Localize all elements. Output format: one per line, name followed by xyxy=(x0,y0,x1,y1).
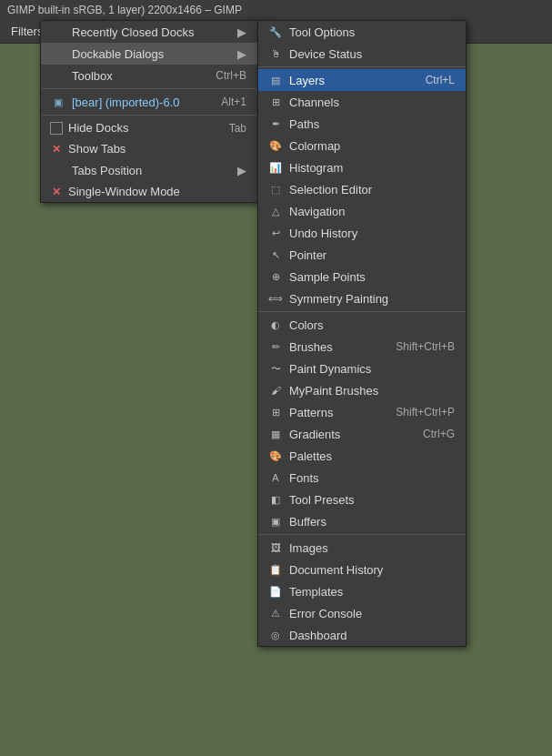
tabs-position-label: Tabs Position xyxy=(72,164,237,177)
doc-history-icon: 📋 xyxy=(267,562,284,577)
bear-shortcut: Alt+1 xyxy=(221,96,246,108)
toolbox-label: Toolbox xyxy=(72,69,216,83)
menu-item-dashboard[interactable]: ◎ Dashboard xyxy=(258,624,466,646)
dockable-dialogs-label: Dockable Dialogs xyxy=(72,47,237,61)
brushes-icon: ✏ xyxy=(267,339,284,354)
menu-item-gradients[interactable]: ▦ Gradients Ctrl+G xyxy=(258,423,466,445)
spacer-icon3 xyxy=(50,68,66,83)
layers-shortcut: Ctrl+L xyxy=(426,74,455,86)
menu-item-sample-points[interactable]: ⊕ Sample Points xyxy=(258,266,466,287)
paths-icon: ✒ xyxy=(267,116,284,131)
gradients-label: Gradients xyxy=(289,428,423,441)
channels-icon: ⊞ xyxy=(267,95,284,109)
mypaint-brushes-label: MyPaint Brushes xyxy=(289,384,455,398)
error-console-label: Error Console xyxy=(289,607,455,620)
menu-item-paint-dynamics[interactable]: 〜 Paint Dynamics xyxy=(258,358,466,379)
palettes-label: Palettes xyxy=(289,449,455,463)
menu-item-pointer[interactable]: ↖ Pointer xyxy=(258,244,466,266)
templates-icon: 📄 xyxy=(267,584,284,599)
menu-item-device-status[interactable]: 🖱 Device Status xyxy=(258,43,466,65)
navigation-label: Navigation xyxy=(289,205,455,218)
arrow-icon: ▶ xyxy=(237,25,246,39)
dockable-divider1 xyxy=(258,66,466,67)
fonts-label: Fonts xyxy=(289,471,455,485)
sample-points-icon: ⊕ xyxy=(267,269,284,284)
menu-item-tool-options[interactable]: 🔧 Tool Options xyxy=(258,21,466,43)
menu-item-templates[interactable]: 📄 Templates xyxy=(258,580,466,602)
menu-item-tool-presets[interactable]: ◧ Tool Presets xyxy=(258,489,466,510)
menu-item-paths[interactable]: ✒ Paths xyxy=(258,113,466,135)
menu-item-fonts[interactable]: A Fonts xyxy=(258,467,466,489)
menu-item-document-history[interactable]: 📋 Document History xyxy=(258,559,466,580)
show-tabs-check: ✕ xyxy=(50,143,63,156)
layers-label: Layers xyxy=(289,74,426,87)
dockable-divider3 xyxy=(258,534,466,535)
tool-presets-icon: ◧ xyxy=(267,492,284,507)
tool-options-icon: 🔧 xyxy=(267,25,284,39)
device-status-icon: 🖱 xyxy=(267,46,284,61)
patterns-icon: ⊞ xyxy=(267,405,284,419)
menu-item-toolbox[interactable]: Toolbox Ctrl+B xyxy=(41,65,257,86)
symmetry-painting-icon: ⟺ xyxy=(267,291,284,306)
single-window-label: Single-Window Mode xyxy=(68,185,246,198)
menu-item-layers[interactable]: ▤ Layers Ctrl+L xyxy=(258,69,466,91)
menu-item-bear-imported[interactable]: ▣ [bear] (imported)-6.0 Alt+1 xyxy=(41,91,257,113)
histogram-label: Histogram xyxy=(289,161,455,175)
windows-dropdown: Recently Closed Docks ▶ Dockable Dialogs… xyxy=(40,20,258,203)
menu-item-recently-closed-docks[interactable]: Recently Closed Docks ▶ xyxy=(41,21,257,43)
paths-label: Paths xyxy=(289,117,455,131)
menu-item-symmetry-painting[interactable]: ⟺ Symmetry Painting xyxy=(258,287,466,309)
gradients-icon: ▦ xyxy=(267,427,284,441)
menu-item-channels[interactable]: ⊞ Channels xyxy=(258,91,466,113)
menu-item-buffers[interactable]: ▣ Buffers xyxy=(258,510,466,532)
mypaint-brushes-icon: 🖌 xyxy=(267,383,284,398)
menu-item-palettes[interactable]: 🎨 Palettes xyxy=(258,445,466,467)
menu-item-tabs-position[interactable]: Tabs Position ▶ xyxy=(41,159,257,181)
colormap-label: Colormap xyxy=(289,139,455,153)
menu-item-selection-editor[interactable]: ⬚ Selection Editor xyxy=(258,178,466,200)
dockable-divider2 xyxy=(258,311,466,312)
dockable-arrow-icon: ▶ xyxy=(237,47,246,61)
paint-dynamics-label: Paint Dynamics xyxy=(289,362,455,376)
pointer-icon: ↖ xyxy=(267,247,284,262)
menu-item-histogram[interactable]: 📊 Histogram xyxy=(258,156,466,178)
title-text: GIMP built-in sRGB, 1 layer) 2200x1466 –… xyxy=(7,4,242,16)
tool-options-label: Tool Options xyxy=(289,25,455,39)
navigation-icon: △ xyxy=(267,204,284,218)
menu-item-navigation[interactable]: △ Navigation xyxy=(258,200,466,222)
fonts-icon: A xyxy=(267,470,284,485)
hide-docks-label: Hide Docks xyxy=(68,121,229,135)
spacer-icon xyxy=(50,25,66,39)
hide-docks-checkbox xyxy=(50,122,63,135)
menu-item-images[interactable]: 🖼 Images xyxy=(258,537,466,559)
menu-item-colors[interactable]: ◐ Colors xyxy=(258,314,466,336)
menu-item-patterns[interactable]: ⊞ Patterns Shift+Ctrl+P xyxy=(258,401,466,423)
dashboard-label: Dashboard xyxy=(289,629,455,642)
layers-icon: ▤ xyxy=(267,73,284,87)
menu-item-mypaint-brushes[interactable]: 🖌 MyPaint Brushes xyxy=(258,379,466,401)
pointer-label: Pointer xyxy=(289,248,455,262)
histogram-icon: 📊 xyxy=(267,160,284,175)
patterns-label: Patterns xyxy=(289,406,396,419)
paint-dynamics-icon: 〜 xyxy=(267,361,284,376)
templates-label: Templates xyxy=(289,585,455,599)
colors-label: Colors xyxy=(289,318,455,332)
menu-item-undo-history[interactable]: ↩ Undo History xyxy=(258,222,466,244)
palettes-icon: 🎨 xyxy=(267,449,284,463)
selection-editor-icon: ⬚ xyxy=(267,182,284,197)
hide-docks-shortcut: Tab xyxy=(229,122,246,135)
device-status-label: Device Status xyxy=(289,47,455,61)
menu-item-show-tabs[interactable]: ✕ Show Tabs xyxy=(41,138,257,159)
menu-item-hide-docks[interactable]: Hide Docks Tab xyxy=(41,117,257,138)
channels-label: Channels xyxy=(289,96,455,109)
recently-closed-docks-label: Recently Closed Docks xyxy=(72,25,237,39)
images-label: Images xyxy=(289,541,455,555)
menu-item-colormap[interactable]: 🎨 Colormap xyxy=(258,135,466,156)
images-icon: 🖼 xyxy=(267,540,284,555)
menu-item-brushes[interactable]: ✏ Brushes Shift+Ctrl+B xyxy=(258,336,466,358)
show-tabs-label: Show Tabs xyxy=(68,142,246,156)
menu-item-single-window-mode[interactable]: ✕ Single-Window Mode xyxy=(41,181,257,202)
menu-item-dockable-dialogs[interactable]: Dockable Dialogs ▶ xyxy=(41,43,257,65)
menu-item-error-console[interactable]: ⚠ Error Console xyxy=(258,602,466,624)
image-icon: ▣ xyxy=(50,95,66,109)
